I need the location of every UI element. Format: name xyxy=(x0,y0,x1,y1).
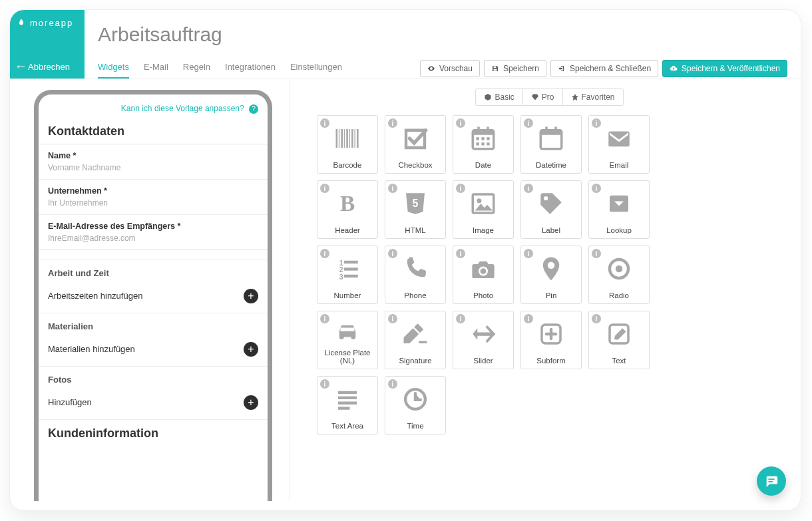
block-materials-row[interactable]: Materialien hinzufügen + xyxy=(39,335,268,366)
block-work-time-head: Arbeit und Zeit xyxy=(39,260,268,282)
star-icon xyxy=(571,93,579,101)
palette-tab-favorites[interactable]: Favoriten xyxy=(563,89,623,105)
widget-tile-number[interactable]: iNumber xyxy=(317,246,378,304)
widget-tile-slider[interactable]: iSlider xyxy=(453,311,514,369)
widget-tile-checkbox[interactable]: iCheckbox xyxy=(385,115,446,174)
help-link[interactable]: Kann ich diese Vorlage anpassen? xyxy=(121,104,246,113)
block-materials-head: Materialien xyxy=(39,313,268,335)
plus-icon[interactable]: + xyxy=(244,289,258,303)
widget-tile-label: Header xyxy=(333,226,361,234)
preview-button[interactable]: Vorschau xyxy=(420,60,480,77)
info-icon[interactable]: i xyxy=(592,184,601,193)
widget-tile-label: Image xyxy=(471,226,495,234)
widget-tile-datetime[interactable]: iDatetime xyxy=(520,115,582,174)
widget-tile-html[interactable]: iHTML xyxy=(385,180,446,239)
widget-tile-label: Time xyxy=(405,422,425,430)
editor-body: Kann ich diese Vorlage anpassen? ? Konta… xyxy=(10,79,801,501)
arrow-left-icon: 🡐 xyxy=(17,62,25,72)
info-icon[interactable]: i xyxy=(388,249,397,258)
save-icon xyxy=(491,65,499,73)
info-icon[interactable]: i xyxy=(320,379,329,389)
info-icon[interactable]: i xyxy=(456,118,465,128)
info-icon[interactable]: i xyxy=(524,249,533,258)
palette-tabs: Basic Pro Favoriten xyxy=(475,88,623,106)
tab-widgets[interactable]: Widgets xyxy=(98,58,129,79)
widget-tile-label: Barcode xyxy=(332,161,363,169)
widget-tile-barcode[interactable]: iBarcode xyxy=(317,115,378,174)
widget-tile-subform[interactable]: iSubform xyxy=(520,311,582,369)
info-icon[interactable]: i xyxy=(456,184,465,193)
save-publish-button[interactable]: Speichern & Veröffentlichen xyxy=(662,60,787,77)
plus-icon[interactable]: + xyxy=(244,342,258,357)
widget-tile-time[interactable]: iTime xyxy=(385,376,446,434)
field-name-label: Name * xyxy=(48,151,258,160)
info-icon[interactable]: i xyxy=(320,184,329,193)
tab-integrations[interactable]: Integrationen xyxy=(225,58,276,79)
block-photos-row[interactable]: Hinzufügen + xyxy=(39,389,268,419)
widget-tile-email[interactable]: iEmail xyxy=(588,115,650,174)
form-preview-column: Kann ich diese Vorlage anpassen? ? Konta… xyxy=(10,79,290,501)
info-icon[interactable]: i xyxy=(524,314,533,323)
brand-block: moreapp 🡐 Abbrechen xyxy=(10,10,85,79)
widget-tile-image[interactable]: iImage xyxy=(453,180,514,239)
widget-tile-label[interactable]: iLabel xyxy=(520,180,582,239)
info-icon[interactable]: i xyxy=(524,118,533,128)
widget-tile-label: Email xyxy=(608,161,630,169)
palette-tab-pro[interactable]: Pro xyxy=(523,89,563,105)
field-company[interactable]: Unternehmen * Ihr Unternehmen xyxy=(39,179,268,214)
top-bar: moreapp 🡐 Abbrechen Arbeitsauftrag Widge… xyxy=(10,10,801,79)
widget-tile-signature[interactable]: iSignature xyxy=(385,311,446,369)
block-work-time-row[interactable]: Arbeitszeiten hinzufügen + xyxy=(39,282,268,313)
info-icon[interactable]: i xyxy=(320,118,329,128)
diamond-icon xyxy=(531,93,539,101)
question-icon[interactable]: ? xyxy=(249,104,258,114)
widget-tile-licenseplate[interactable]: iLicense Plate (NL) xyxy=(317,311,378,369)
save-button[interactable]: Speichern xyxy=(484,60,546,77)
widget-tile-header[interactable]: iHeader xyxy=(317,180,378,239)
widget-tile-label: Photo xyxy=(472,291,495,299)
field-company-label: Unternehmen * xyxy=(48,186,258,196)
exit-icon xyxy=(558,65,566,73)
plus-icon[interactable]: + xyxy=(244,395,258,410)
field-recipient-email-placeholder: IhreEmail@adresse.com xyxy=(48,234,258,243)
info-icon[interactable]: i xyxy=(456,249,465,258)
save-close-button[interactable]: Speichern & Schließen xyxy=(550,60,658,77)
widget-tile-phone[interactable]: iPhone xyxy=(385,246,446,304)
field-name[interactable]: Name * Vorname Nachname xyxy=(39,144,268,179)
widget-grid: iBarcodeiCheckboxiDateiDatetimeiEmailiHe… xyxy=(317,115,782,434)
tabs-row: Widgets E-Mail Regeln Integrationen Eins… xyxy=(98,58,787,79)
widget-tile-label: Text xyxy=(610,357,627,365)
widget-tile-label: Label xyxy=(540,226,562,234)
info-icon[interactable]: i xyxy=(592,314,601,323)
info-icon[interactable]: i xyxy=(388,314,397,323)
block-materials-label: Materialien hinzufügen xyxy=(48,344,135,354)
widget-tile-text[interactable]: iText xyxy=(588,311,650,369)
widget-tile-lookup[interactable]: iLookup xyxy=(588,180,650,239)
info-icon[interactable]: i xyxy=(456,314,465,323)
info-icon[interactable]: i xyxy=(592,249,601,258)
info-icon[interactable]: i xyxy=(320,249,329,258)
tab-rules[interactable]: Regeln xyxy=(183,58,210,79)
info-icon[interactable]: i xyxy=(388,184,397,193)
app-window: moreapp 🡐 Abbrechen Arbeitsauftrag Widge… xyxy=(9,9,801,511)
palette-tab-basic[interactable]: Basic xyxy=(476,89,522,105)
tab-email[interactable]: E-Mail xyxy=(144,58,168,79)
widget-tile-photo[interactable]: iPhoto xyxy=(453,246,514,304)
widget-tile-label: License Plate (NL) xyxy=(317,349,377,365)
info-icon[interactable]: i xyxy=(388,118,397,128)
widget-tile-label: Lookup xyxy=(605,226,633,234)
info-icon[interactable]: i xyxy=(524,184,533,193)
info-icon[interactable]: i xyxy=(320,314,329,323)
widget-tile-textarea[interactable]: iText Area xyxy=(317,376,378,434)
info-icon[interactable]: i xyxy=(388,379,397,389)
widget-tile-pin[interactable]: iPin xyxy=(520,246,582,304)
page-title: Arbeitsauftrag xyxy=(98,23,787,46)
chat-fab[interactable] xyxy=(757,466,786,496)
widget-tile-radio[interactable]: iRadio xyxy=(588,246,650,304)
device-frame: Kann ich diese Vorlage anpassen? ? Konta… xyxy=(34,90,272,501)
widget-tile-date[interactable]: iDate xyxy=(453,115,514,174)
tab-settings[interactable]: Einstellungen xyxy=(290,58,342,79)
field-recipient-email[interactable]: E-Mail-Adresse des Empfängers * IhreEmai… xyxy=(39,214,268,250)
info-icon[interactable]: i xyxy=(592,118,601,128)
cancel-link[interactable]: 🡐 Abbrechen xyxy=(17,62,78,72)
